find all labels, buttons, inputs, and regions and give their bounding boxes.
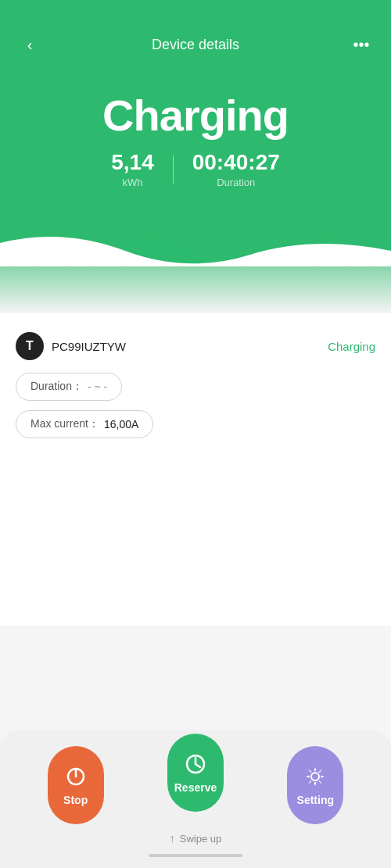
svg-point-5 bbox=[311, 773, 319, 780]
stop-button-label: Stop bbox=[63, 794, 88, 806]
more-menu-button[interactable]: ••• bbox=[347, 36, 375, 54]
action-buttons: Stop Reserve bbox=[0, 746, 391, 824]
header: ‹ Device details ••• bbox=[0, 23, 391, 66]
svg-line-4 bbox=[196, 764, 200, 767]
device-id: PC99IUZTYW bbox=[52, 340, 126, 353]
reserve-action[interactable]: Reserve bbox=[167, 746, 224, 824]
hero-inner: Charging 5,14 kWh 00:40:27 Duration bbox=[0, 66, 391, 204]
wave-decoration bbox=[0, 204, 391, 266]
setting-button-label: Setting bbox=[297, 794, 334, 806]
stop-button[interactable]: Stop bbox=[48, 746, 104, 824]
device-icon: T bbox=[16, 332, 44, 360]
reserve-icon bbox=[183, 752, 208, 777]
swipe-hint-text: Swipe up bbox=[180, 833, 221, 845]
swipe-hint: ↑ Swipe up bbox=[0, 824, 391, 849]
device-status-badge: Charging bbox=[328, 340, 375, 353]
main-content: T PC99IUZTYW Charging Duration： - ~ - Ma… bbox=[0, 313, 391, 626]
device-row: T PC99IUZTYW Charging bbox=[16, 332, 375, 360]
home-bar bbox=[149, 854, 242, 857]
stop-action[interactable]: Stop bbox=[48, 746, 104, 824]
kwh-value: 5,14 bbox=[111, 150, 154, 175]
stop-icon bbox=[63, 764, 88, 789]
duration-field[interactable]: Duration： - ~ - bbox=[16, 373, 122, 401]
stats-row: 5,14 kWh 00:40:27 Duration bbox=[16, 150, 375, 188]
setting-button[interactable]: Setting bbox=[287, 746, 343, 824]
charging-status-title: Charging bbox=[16, 90, 375, 141]
bottom-action-area: Stop Reserve bbox=[0, 730, 391, 868]
max-current-label: Max current： bbox=[30, 417, 99, 431]
setting-icon bbox=[303, 764, 328, 789]
setting-action[interactable]: Setting bbox=[287, 746, 343, 824]
max-current-field[interactable]: Max current： 16,00A bbox=[16, 410, 153, 438]
max-current-value: 16,00A bbox=[104, 418, 138, 430]
hero-section: Charging 5,14 kWh 00:40:27 Duration bbox=[0, 66, 391, 313]
swipe-arrow-icon: ↑ bbox=[170, 832, 175, 845]
home-indicator bbox=[0, 849, 391, 860]
duration-field-value: - ~ - bbox=[88, 380, 107, 393]
reserve-button[interactable]: Reserve bbox=[167, 734, 224, 812]
back-button[interactable]: ‹ bbox=[16, 36, 44, 54]
duration-value: 00:40:27 bbox=[192, 150, 280, 175]
stat-kwh: 5,14 kWh bbox=[92, 150, 173, 188]
status-bar bbox=[0, 0, 391, 23]
page-title: Device details bbox=[152, 37, 239, 53]
duration-field-label: Duration： bbox=[30, 380, 83, 394]
device-left: T PC99IUZTYW bbox=[16, 332, 126, 360]
kwh-label: kWh bbox=[111, 177, 154, 188]
duration-label: Duration bbox=[192, 177, 280, 188]
stat-duration: 00:40:27 Duration bbox=[174, 150, 299, 188]
reserve-button-label: Reserve bbox=[174, 781, 217, 794]
